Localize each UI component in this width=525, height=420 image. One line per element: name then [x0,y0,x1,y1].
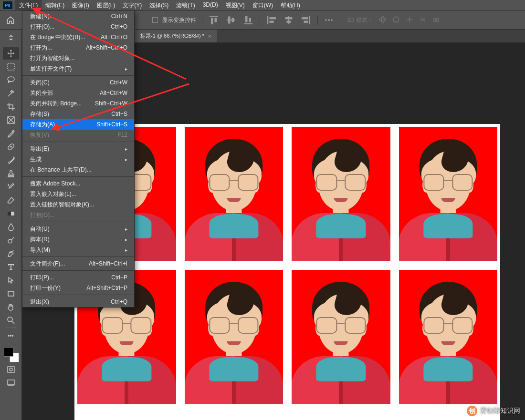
menu-item-shortcut: Ctrl+Q [111,298,127,305]
dodge-tool-icon[interactable] [3,234,19,246]
watermark-logo-icon: 刨 [467,406,477,416]
heal-tool-icon[interactable] [3,141,19,153]
gradient-tool-icon[interactable] [3,207,19,220]
svg-rect-29 [8,291,14,296]
menu-item[interactable]: 在 Behance 上共享(D)... [22,164,134,175]
divider [317,15,318,25]
menu-item-label: 置入嵌入对象(L)... [30,190,76,198]
app-logo: Ps [3,1,12,9]
menu-item-label: 打包(G)... [30,211,54,219]
lasso-tool-icon[interactable] [3,74,19,86]
edit-toolbar-icon[interactable]: ••• [3,330,19,342]
orbit-3d-icon[interactable] [379,16,387,25]
rectangle-shape-tool-icon[interactable] [3,287,19,300]
id-photo [399,127,498,261]
pan-3d-icon[interactable] [406,16,413,25]
svg-point-30 [8,317,12,322]
menu-help[interactable]: 帮助(H) [277,0,304,11]
svg-point-28 [8,239,12,243]
menu-item[interactable]: 脚本(R) [22,234,134,245]
svg-point-18 [379,18,386,21]
annotation-arrow [51,81,194,140]
align-top-icon[interactable] [208,14,220,26]
stamp-tool-icon[interactable] [3,167,19,180]
close-tab-icon[interactable]: × [208,33,211,39]
svg-point-32 [10,368,12,371]
align-bottom-icon[interactable] [242,14,254,26]
separator [4,45,18,46]
separator [4,328,18,329]
menu-item[interactable]: 自动(U) [22,224,134,234]
menu-item[interactable]: 置入链接的智能对象(K)... [22,199,134,210]
menu-item-label: 生成 [30,155,42,164]
crop-tool-icon[interactable] [3,101,19,113]
menu-item-label: 脚本(R) [30,236,50,244]
more-options-icon[interactable]: ••• [324,14,335,26]
annotation-arrow [33,8,191,90]
svg-line-35 [56,84,189,128]
path-select-tool-icon[interactable] [3,274,19,287]
menu-item-label: 搜索 Adobe Stock... [30,180,80,188]
rotate-3d-icon[interactable] [392,16,400,25]
menu-item-shortcut [125,145,127,152]
collapse-toolbar-icon[interactable] [3,31,19,44]
frame-tool-icon[interactable] [3,114,19,126]
history-brush-tool-icon[interactable] [3,181,19,193]
blur-tool-icon[interactable] [3,221,19,233]
svg-rect-1 [211,18,213,25]
id-photo [292,270,390,404]
slide-3d-icon[interactable] [419,16,427,25]
id-photo [185,127,284,261]
align-right-icon[interactable] [300,14,312,26]
eraser-tool-icon[interactable] [3,194,19,206]
home-icon[interactable] [4,13,17,27]
svg-point-19 [381,16,384,23]
eyedropper-tool-icon[interactable] [3,127,19,140]
menu-item[interactable]: 打印一份(Y)Alt+Shift+Ctrl+P [22,283,134,293]
svg-rect-2 [215,18,217,22]
menu-separator [22,222,134,222]
marquee-tool-icon[interactable] [3,61,19,73]
hand-tool-icon[interactable] [3,301,19,313]
move-tool-icon[interactable] [3,47,19,60]
svg-rect-14 [287,21,291,23]
menu-item-shortcut [125,236,127,243]
zoom-tool-icon[interactable] [3,314,19,327]
menu-item[interactable]: 打印(P)...Ctrl+P [22,272,134,283]
menu-threeD[interactable]: 3D(D) [199,0,222,11]
brush-tool-icon[interactable] [3,154,19,166]
align-left-icon[interactable] [266,14,277,26]
pen-tool-icon[interactable] [3,247,19,260]
menu-item-label: 打印(P)... [30,274,54,282]
align-vcenter-icon[interactable] [225,14,237,26]
menu-item[interactable]: 退出(X)Ctrl+Q [22,297,134,307]
color-swatches[interactable] [3,346,19,362]
magic-wand-tool-icon[interactable] [3,87,19,100]
menu-item-shortcut [125,156,127,163]
svg-rect-16 [302,17,308,20]
svg-line-34 [37,10,186,79]
svg-rect-5 [232,18,234,22]
type-tool-icon[interactable] [3,261,19,273]
screenmode-tool-icon[interactable] [3,377,19,389]
menu-item-label: 存储(S) [30,110,49,118]
menu-item[interactable]: 文件简介(F)...Alt+Shift+Ctrl+I [22,258,134,269]
document-canvas[interactable] [74,124,500,420]
align-hcenter-icon[interactable] [283,14,294,26]
menu-item-label: 置入链接的智能对象(K)... [30,201,94,209]
menu-item[interactable]: 生成 [22,154,134,164]
menu-item[interactable]: 导入(M) [22,245,134,255]
watermark-text: 爱刨根知识网 [480,407,520,415]
menu-item-shortcut [125,225,127,232]
menu-item-label: 恢复(V) [30,131,49,139]
menu-separator [22,176,134,177]
menu-view[interactable]: 视图(V) [222,0,249,11]
menu-window[interactable]: 窗口(W) [249,0,277,11]
menu-item[interactable]: 导出(E) [22,143,134,154]
quickmask-tool-icon[interactable] [3,363,19,376]
foreground-color-swatch[interactable] [4,347,13,357]
menu-separator [22,142,134,142]
menu-item[interactable]: 搜索 Adobe Stock... [22,178,134,189]
scale-3d-icon[interactable] [432,16,440,25]
menu-item[interactable]: 置入嵌入对象(L)... [22,189,134,199]
